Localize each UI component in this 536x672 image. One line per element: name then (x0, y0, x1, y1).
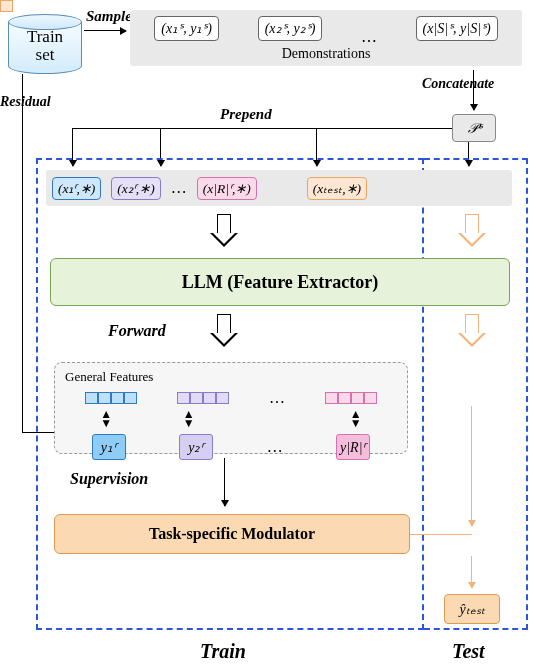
features-box: General Features … ▲▼ ▲▼ ▲▼ y₁ʳ y₂ʳ … y|… (54, 362, 408, 454)
bidir-icon: ▲▼ (183, 410, 195, 428)
forward-arrow-icon (458, 214, 486, 248)
train-set-db: Trainset (8, 14, 82, 72)
supervision-arrow (224, 458, 225, 506)
y-label-box: y₁ʳ (92, 434, 126, 460)
demo-item: (x₂ˢ, y₂ˢ) (258, 16, 323, 41)
test-flow-line (410, 534, 472, 535)
forward-arrow-icon (210, 314, 238, 348)
demo-item: (x₁ˢ, y₁ˢ) (154, 16, 219, 41)
yhat-label: ŷₜₑₛₜ (459, 601, 484, 618)
features-label: General Features (65, 369, 397, 385)
sample-arrow (84, 30, 126, 31)
concatenate-label: Concatenate (422, 76, 494, 92)
inputs-row: (x₁ʳ,∗) (x₂ʳ,∗) … (x|R|ʳ,∗) (xₜₑₛₜ,∗) (46, 170, 512, 206)
bidir-icon: ▲▼ (100, 410, 112, 428)
y-label-box: y₂ʳ (179, 434, 213, 460)
residual-line (22, 74, 23, 432)
test-flow-arrow (471, 406, 472, 526)
feature-vector (325, 392, 377, 404)
ps-symbol: 𝒫ˢ (467, 120, 482, 137)
forward-label: Forward (108, 322, 166, 340)
feature-ellipsis: … (269, 389, 285, 407)
feature-vector (85, 392, 137, 404)
input-box-test: (xₜₑₛₜ,∗) (307, 177, 367, 200)
demo-item: (x|S|ˢ, y|S|ˢ) (416, 16, 498, 41)
bidir-icon: ▲▼ (350, 410, 362, 428)
modulator-label: Task-specific Modulator (149, 525, 315, 543)
sample-label: Sample (86, 8, 132, 25)
supervision-label: Supervision (70, 470, 148, 488)
prepend-rail (72, 128, 452, 129)
train-region-label: Train (200, 640, 246, 663)
feature-vector (177, 392, 229, 404)
train-set-label: Trainset (8, 28, 82, 64)
residual-label: Residual (0, 94, 51, 110)
prepend-label: Prepend (220, 106, 272, 123)
demonstrations-label: Demonstrations (130, 46, 522, 62)
yhat-box: ŷₜₑₛₜ (444, 594, 500, 624)
test-region-label: Test (452, 640, 485, 663)
y-label-box: y|R|ʳ (336, 434, 370, 460)
input-box: (x₁ʳ,∗) (52, 177, 101, 200)
test-flow-arrow (471, 556, 472, 588)
input-box: (x|R|ʳ,∗) (197, 177, 257, 200)
modulator-box: Task-specific Modulator (54, 514, 410, 554)
forward-arrow-icon (210, 214, 238, 248)
ps-box: 𝒫ˢ (452, 114, 496, 142)
input-box: (x₂ʳ,∗) (111, 177, 160, 200)
forward-arrow-icon (458, 314, 486, 348)
llm-box: LLM (Feature Extractor) (50, 258, 510, 306)
y-ellipsis: … (267, 438, 283, 456)
llm-label: LLM (Feature Extractor) (182, 272, 379, 293)
input-ellipsis: … (171, 179, 187, 197)
